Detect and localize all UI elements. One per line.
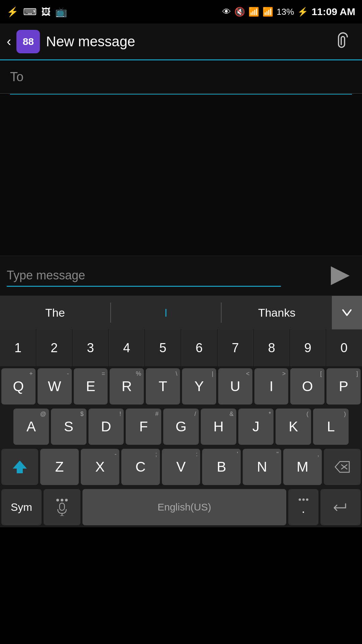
key-p[interactable]: ]P: [326, 368, 361, 405]
collapse-icon: [340, 306, 354, 319]
eye-icon: 👁: [222, 7, 231, 17]
key-b[interactable]: 'B: [202, 449, 241, 485]
backspace-icon: [334, 460, 351, 474]
enter-key[interactable]: [320, 489, 361, 525]
screen-icon: 📺: [55, 6, 67, 17]
delete-key[interactable]: [324, 449, 361, 485]
back-button[interactable]: ‹: [7, 34, 11, 49]
key-f[interactable]: #F: [126, 409, 161, 445]
key-7[interactable]: 7: [218, 329, 254, 366]
keyboard-row-1: +Q -W =E %R \T |Y <U >I [O ]P: [0, 366, 362, 407]
usb-icon: ⚡: [7, 6, 18, 17]
message-bar: [0, 256, 362, 296]
key-s[interactable]: $S: [51, 409, 86, 445]
key-z[interactable]: Z: [40, 449, 79, 485]
app-badge: 88: [16, 30, 40, 53]
key-6[interactable]: 6: [181, 329, 217, 366]
number-row: 1 2 3 4 5 6 7 8 9 0: [0, 329, 362, 366]
microphone-icon: [56, 502, 68, 516]
status-bar: ⚡ ⌨ 🖼 📺 👁 🔇 📶 📶 13% ⚡ 11:09 AM: [0, 0, 362, 23]
keyboard-bottom-row: Sym English(US): [0, 487, 362, 527]
key-w[interactable]: -W: [38, 368, 72, 405]
space-key[interactable]: English(US): [82, 489, 286, 525]
key-8[interactable]: 8: [254, 329, 290, 366]
send-icon: [331, 266, 350, 285]
key-r[interactable]: %R: [110, 368, 144, 405]
key-h[interactable]: &H: [201, 409, 236, 445]
send-button[interactable]: [325, 261, 355, 291]
key-3[interactable]: 3: [72, 329, 109, 366]
svg-rect-3: [60, 503, 65, 510]
key-g[interactable]: /G: [163, 409, 199, 445]
keyboard-row-3: Z -X ;C :V 'B "N ,M: [0, 447, 362, 487]
enter-icon: [332, 500, 349, 514]
key-m[interactable]: ,M: [283, 449, 322, 485]
mic-key[interactable]: [44, 489, 80, 525]
image-icon: 🖼: [41, 6, 51, 17]
prediction-collapse-button[interactable]: [332, 296, 362, 329]
key-o[interactable]: [O: [290, 368, 324, 405]
key-n[interactable]: "N: [243, 449, 281, 485]
status-left-icons: ⚡ ⌨ 🖼 📺: [7, 6, 67, 17]
key-k[interactable]: (K: [276, 409, 311, 445]
key-u[interactable]: <U: [218, 368, 252, 405]
key-0[interactable]: 0: [326, 329, 362, 366]
keyboard: 1 2 3 4 5 6 7 8 9 0 +Q -W =E %R \T |Y <U…: [0, 329, 362, 527]
to-section: To: [0, 60, 362, 94]
key-5[interactable]: 5: [145, 329, 181, 366]
compose-area[interactable]: [0, 95, 362, 256]
prediction-thanks[interactable]: Thanks: [222, 296, 332, 329]
battery-charging-icon: ⚡: [297, 7, 308, 17]
prediction-bar: The I Thanks: [0, 296, 362, 329]
signal-icon: 📶: [262, 7, 273, 17]
prediction-i[interactable]: I: [111, 296, 221, 329]
key-1[interactable]: 1: [0, 329, 36, 366]
message-input-underline: [7, 286, 281, 287]
keyboard-row-2: @A $S !D #F /G &H *J (K )L: [0, 407, 362, 447]
key-t[interactable]: \T: [146, 368, 180, 405]
mute-icon: 🔇: [234, 7, 245, 17]
shift-key[interactable]: [1, 449, 38, 485]
key-9[interactable]: 9: [290, 329, 326, 366]
dot-key[interactable]: .: [288, 489, 318, 525]
key-d[interactable]: !D: [88, 409, 124, 445]
key-a[interactable]: @A: [13, 409, 49, 445]
svg-marker-0: [13, 461, 27, 473]
app-title: New message: [46, 34, 332, 50]
key-j[interactable]: *J: [238, 409, 274, 445]
to-input[interactable]: [30, 60, 352, 93]
clock: 11:09 AM: [311, 6, 355, 17]
app-bar: ‹ 88 New message: [0, 23, 362, 60]
key-e[interactable]: =E: [74, 368, 108, 405]
key-4[interactable]: 4: [109, 329, 145, 366]
key-2[interactable]: 2: [36, 329, 72, 366]
shift-icon: [12, 459, 27, 475]
key-l[interactable]: )L: [313, 409, 349, 445]
to-label: To: [10, 70, 23, 84]
key-v[interactable]: :V: [162, 449, 200, 485]
message-input[interactable]: [7, 265, 318, 286]
sym-key[interactable]: Sym: [1, 489, 42, 525]
key-y[interactable]: |Y: [182, 368, 216, 405]
prediction-the[interactable]: The: [0, 296, 110, 329]
key-x[interactable]: -X: [81, 449, 119, 485]
key-i[interactable]: >I: [254, 368, 289, 405]
badge-count: 88: [23, 36, 34, 47]
key-q[interactable]: +Q: [1, 368, 36, 405]
keyboard-icon: ⌨: [23, 6, 37, 17]
message-input-wrapper: [7, 265, 318, 287]
key-c[interactable]: ;C: [121, 449, 160, 485]
battery-level: 13%: [277, 7, 294, 17]
attachment-button[interactable]: [332, 30, 355, 53]
paperclip-icon: [335, 32, 353, 51]
status-right-icons: 👁 🔇 📶 📶 13% ⚡ 11:09 AM: [222, 6, 355, 17]
wifi-icon: 📶: [248, 7, 259, 17]
